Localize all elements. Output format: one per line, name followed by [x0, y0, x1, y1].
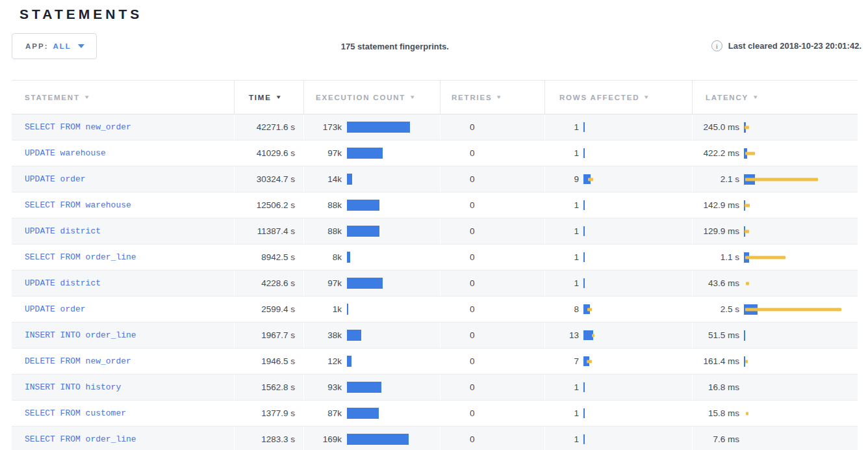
time-value: 30324.7 s — [257, 174, 295, 184]
rows-affected-bar — [583, 304, 661, 314]
latency-bar-mean — [744, 330, 745, 341]
rows-affected-bar-mean — [583, 408, 585, 418]
statement-link[interactable]: INSERT INTO history — [25, 382, 121, 392]
latency-value: 142.9 ms — [693, 200, 739, 210]
rows-affected-bar — [583, 252, 661, 262]
sort-arrow-icon: ▼ — [409, 94, 417, 100]
latency-value: 16.8 ms — [693, 382, 739, 392]
execution-count-value: 8k — [304, 252, 342, 262]
execution-count-value: 14k — [304, 174, 342, 184]
execution-count-bar — [347, 226, 418, 237]
latency-bar — [744, 330, 848, 341]
retries-value: 0 — [470, 278, 475, 288]
latency-value: 43.6 ms — [693, 278, 739, 288]
statement-link[interactable]: SELECT FROM order_line — [25, 434, 136, 444]
statement-link[interactable]: INSERT INTO order_line — [25, 330, 136, 340]
column-header-statement[interactable]: STATEMENT ▼ — [12, 81, 234, 114]
rows-affected-value: 1 — [545, 278, 579, 288]
statement-link[interactable]: UPDATE district — [25, 226, 101, 236]
column-header-execution-count[interactable]: EXECUTION COUNT ▼ — [303, 81, 440, 114]
rows-affected-bar-mean — [583, 122, 585, 132]
last-cleared-text: Last cleared 2018-10-23 20:01:42. — [728, 41, 862, 51]
execution-count-value: 173k — [304, 122, 342, 132]
sort-arrow-icon: ▼ — [84, 94, 92, 100]
table-row: INSERT INTO history 1562.8 s 93k 0 1 16.… — [12, 375, 858, 401]
execution-count-bar — [347, 200, 418, 211]
rows-affected-value: 1 — [545, 122, 579, 132]
execution-count-bar-mean — [347, 382, 381, 393]
table-header: STATEMENT ▼ TIME ▼ EXECUTION COUNT ▼ RET… — [12, 80, 858, 114]
statement-link[interactable]: UPDATE order — [25, 304, 86, 314]
column-header-rows-affected[interactable]: ROWS AFFECTED ▼ — [544, 81, 692, 114]
rows-affected-value: 1 — [545, 200, 579, 210]
statement-link[interactable]: SELECT FROM order_line — [25, 252, 136, 262]
rows-affected-value: 13 — [545, 330, 579, 340]
column-header-retries[interactable]: RETRIES ▼ — [440, 81, 544, 114]
latency-bar — [744, 278, 848, 289]
rows-affected-bar-mean — [583, 278, 585, 288]
execution-count-bar — [347, 304, 418, 315]
rows-affected-bar-mean — [583, 434, 585, 444]
latency-bar — [744, 382, 848, 393]
rows-affected-bar-mean — [583, 382, 585, 392]
execution-count-bar-mean — [347, 434, 409, 445]
latency-value: 7.6 ms — [693, 434, 739, 444]
time-value: 12506.2 s — [257, 200, 295, 210]
execution-count-bar-mean — [347, 200, 379, 211]
statement-link[interactable]: UPDATE warehouse — [25, 148, 106, 158]
execution-count-bar — [347, 330, 418, 341]
statement-link[interactable]: SELECT FROM new_order — [25, 122, 131, 132]
execution-count-bar-mean — [347, 122, 410, 133]
execution-count-value: 169k — [304, 434, 342, 444]
info-icon[interactable]: i — [711, 40, 722, 51]
execution-count-bar — [347, 434, 418, 445]
execution-count-bar-mean — [347, 278, 383, 289]
column-header-latency[interactable]: LATENCY ▼ — [692, 81, 858, 114]
retries-value: 0 — [470, 304, 475, 314]
rows-affected-bar — [583, 174, 661, 184]
table-row: UPDATE district 4228.6 s 97k 0 1 43.6 ms — [12, 271, 858, 297]
statement-link[interactable]: SELECT FROM warehouse — [25, 200, 131, 210]
latency-value: 161.4 ms — [693, 356, 739, 366]
execution-count-bar-mean — [347, 330, 361, 341]
execution-count-value: 88k — [304, 200, 342, 210]
app-filter-dropdown[interactable]: APP: ALL — [12, 33, 97, 59]
rows-affected-bar-mean — [583, 252, 585, 262]
table-row: UPDATE district 11387.4 s 88k 0 1 129.9 … — [12, 218, 858, 245]
execution-count-bar — [347, 122, 418, 133]
statement-link[interactable]: DELETE FROM new_order — [25, 356, 131, 366]
statement-fingerprints-summary: 175 statement fingerprints. — [341, 42, 449, 51]
app-filter-value: ALL — [53, 42, 71, 50]
time-value: 2599.4 s — [261, 304, 295, 314]
latency-bar-stddev — [745, 204, 750, 207]
rows-affected-value: 1 — [545, 382, 579, 392]
table-row: UPDATE order 2599.4 s 1k 0 8 2.5 s — [12, 297, 858, 323]
latency-bar-stddev — [745, 360, 748, 363]
latency-value: 15.8 ms — [693, 408, 739, 418]
latency-bar — [744, 174, 848, 185]
column-header-time[interactable]: TIME ▼ — [234, 81, 303, 114]
rows-affected-bar — [583, 226, 661, 236]
latency-bar — [744, 148, 848, 159]
rows-affected-value: 1 — [545, 434, 579, 444]
time-value: 4228.6 s — [261, 278, 295, 288]
statement-link[interactable]: UPDATE district — [25, 278, 101, 288]
statements-page: STATEMENTS APP: ALL 175 statement finger… — [0, 7, 868, 450]
table-row: SELECT FROM order_line 8942.5 s 8k 0 1 1… — [12, 245, 858, 271]
execution-count-value: 97k — [304, 278, 342, 288]
rows-affected-bar-mean — [583, 200, 585, 210]
latency-bar-stddev — [746, 412, 748, 415]
rows-affected-bar-mean — [583, 148, 585, 158]
latency-bar — [744, 434, 848, 445]
latency-value: 2.1 s — [693, 174, 739, 184]
table-row: SELECT FROM customer 1377.9 s 87k 0 1 15… — [12, 401, 858, 427]
statement-link[interactable]: UPDATE order — [25, 174, 86, 184]
table-row: UPDATE order 30324.7 s 14k 0 9 2.1 s — [12, 166, 858, 192]
latency-bar-stddev — [745, 230, 749, 233]
statement-link[interactable]: SELECT FROM customer — [25, 408, 126, 418]
rows-affected-value: 1 — [545, 226, 579, 236]
rows-affected-bar — [583, 330, 661, 340]
execution-count-bar-mean — [347, 226, 379, 237]
time-value: 1562.8 s — [261, 382, 295, 392]
execution-count-bar — [347, 174, 418, 185]
